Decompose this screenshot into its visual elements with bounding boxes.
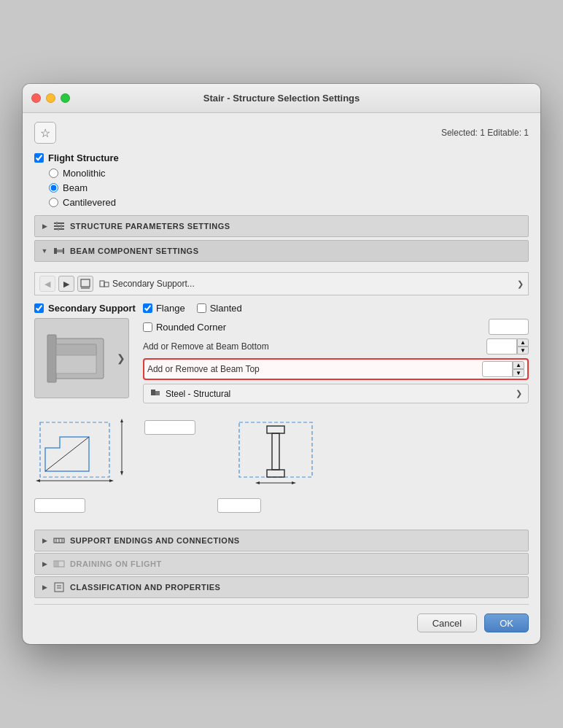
slanted-checkbox[interactable] [197,303,206,313]
right-bottom-input[interactable]: 50 [217,498,261,513]
add-remove-bottom-row: Add or Remove at Beam Bottom 0 ▲ ▼ [143,338,529,355]
svg-rect-43 [55,583,63,592]
flight-structure-row: Flight Structure [34,152,529,163]
svg-rect-14 [47,335,56,382]
svg-rect-28 [239,422,312,477]
support-endings-arrow: ▶ [41,537,48,544]
draining-header[interactable]: ▶ DRAINING ON FLIGHT [34,553,529,575]
add-remove-top-down[interactable]: ▼ [513,369,524,377]
radio-beam-input[interactable] [49,183,58,193]
diagrams-section: 10 300 [34,408,529,524]
classification-header[interactable]: ▶ CLASSIFICATION AND PROPERTIES [34,576,529,598]
secondary-support-label: Secondary Support [48,303,136,314]
svg-line-21 [45,437,89,471]
bottom-left-input[interactable]: 300 [34,498,85,513]
svg-rect-16 [56,344,96,355]
bottom-buttons: Cancel OK [34,604,529,632]
beam-component-label: BEAM COMPONENT SETTINGS [70,247,199,255]
svg-marker-34 [292,481,296,484]
nav-prev-button[interactable]: ◀ [39,276,55,292]
diagram-left: 10 300 [34,419,195,513]
add-remove-top-input[interactable]: +1 [482,361,513,377]
ss-options-row: Flange Slanted [143,303,529,314]
add-remove-bottom-spinner: 0 ▲ ▼ [486,338,529,355]
svg-rect-0 [54,222,64,224]
svg-marker-26 [120,419,123,422]
top-value-input[interactable]: 10 [144,420,195,435]
material-row[interactable]: Steel - Structural ❯ [143,384,529,403]
secondary-support-row: Secondary Support [34,303,529,403]
title-bar: Stair - Structure Selection Settings [23,84,540,113]
svg-rect-30 [272,433,279,470]
star-icon: ☆ [40,126,50,140]
radio-cantilevered-label: Cantilevered [63,197,116,208]
right-diagram-svg [217,419,334,492]
material-icon [150,387,161,400]
flange-checkbox[interactable] [143,303,152,313]
add-remove-bottom-input[interactable]: 0 [486,338,517,355]
add-remove-top-spinner-btns: ▲ ▼ [513,361,524,377]
svg-rect-9 [81,279,90,287]
structure-params-icon [53,220,66,233]
classification-label: CLASSIFICATION AND PROPERTIES [70,583,220,592]
nav-next-button[interactable]: ▶ [58,276,74,292]
ss-right: Flange Slanted Rounded Corner [143,303,529,403]
nav-component-label: Secondary Support... [112,279,195,289]
svg-rect-7 [57,249,63,252]
main-window: Stair - Structure Selection Settings ☆ S… [23,84,540,644]
draining-label: DRAINING ON FLIGHT [70,559,162,568]
flight-structure-section: Flight Structure Monolithic Beam Cantile… [34,152,529,208]
radio-group: Monolithic Beam Cantilevered [49,168,529,208]
rounded-corner-row: Rounded Corner 50 [143,319,529,335]
add-remove-top-spinner: +1 ▲ ▼ [482,361,524,377]
beam-component-content: ◀ ▶ Secondary Support... ❯ [34,263,529,530]
flange-option: Flange [143,303,185,314]
secondary-support-checkbox[interactable] [34,303,44,313]
preview-box: ❯ [34,318,129,398]
structure-params-header[interactable]: ▶ STRUCTURE PARAMETERS SETTINGS [34,215,529,237]
material-chevron-icon: ❯ [516,389,522,398]
add-remove-bottom-down[interactable]: ▼ [517,346,529,355]
preview-chevron-icon[interactable]: ❯ [117,352,125,364]
material-label: Steel - Structural [166,389,511,399]
rounded-corner-checkbox[interactable] [143,322,152,332]
support-endings-label: SUPPORT ENDINGS AND CONNECTIONS [70,536,240,545]
close-button[interactable] [31,93,41,103]
cancel-button[interactable]: Cancel [417,613,477,632]
beam-component-arrow: ▼ [41,247,48,255]
draining-icon [53,557,66,570]
add-remove-bottom-up[interactable]: ▲ [517,338,529,346]
classification-arrow: ▶ [41,584,48,591]
add-remove-top-label: Add or Remove at Beam Top [147,364,476,374]
flange-label: Flange [156,303,185,314]
minimize-button[interactable] [46,93,55,103]
maximize-button[interactable] [61,93,70,103]
beam-component-header[interactable]: ▼ BEAM COMPONENT SETTINGS [34,240,529,262]
right-diagram-canvas [217,419,334,494]
radio-cantilevered: Cantilevered [49,197,529,208]
ok-button[interactable]: OK [484,613,529,632]
nav-edit-button[interactable] [77,276,93,292]
star-button[interactable]: ☆ [34,122,56,144]
rounded-corner-option: Rounded Corner [143,322,483,333]
slanted-option: Slanted [197,303,242,314]
preview-svg [42,324,122,393]
svg-rect-1 [54,225,64,227]
rounded-corner-input[interactable]: 50 [489,319,529,335]
radio-monolithic-input[interactable] [49,169,58,178]
add-remove-top-row-highlighted: Add or Remove at Beam Top +1 ▲ ▼ [143,358,529,380]
svg-marker-23 [36,479,40,482]
left-diagram-svg [34,419,140,492]
svg-rect-17 [151,390,155,395]
svg-rect-8 [63,248,64,254]
svg-marker-33 [255,481,260,484]
window-title: Stair - Structure Selection Settings [203,93,360,104]
radio-beam-label: Beam [63,182,88,193]
add-remove-bottom-spinner-btns: ▲ ▼ [517,338,529,355]
add-remove-top-up[interactable]: ▲ [513,361,524,369]
ss-header: Secondary Support [34,303,136,314]
radio-beam: Beam [49,182,529,193]
flight-structure-checkbox[interactable] [34,153,44,163]
support-endings-header[interactable]: ▶ SUPPORT ENDINGS AND CONNECTIONS [34,530,529,551]
radio-cantilevered-input[interactable] [49,198,58,207]
